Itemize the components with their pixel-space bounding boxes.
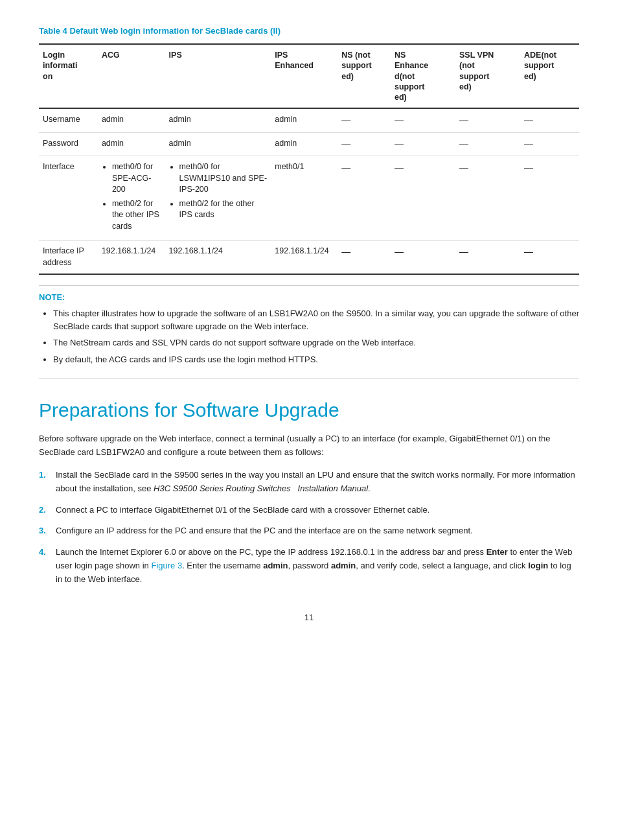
step-4-bold-admin2: admin xyxy=(331,561,356,570)
cell-ns-not-ip: — xyxy=(338,240,391,275)
note-item-1: This chapter illustrates how to upgrade … xyxy=(53,307,579,332)
list-item: meth0/2 for the other IPS cards xyxy=(112,198,161,233)
cell-ips-enh-ip: 192.168.1.1/24 xyxy=(271,240,338,275)
table-row-password: Password admin admin admin — — — — xyxy=(39,132,579,156)
cell-acg-password: admin xyxy=(98,132,165,156)
table-title: Table 4 Default Web login information fo… xyxy=(39,26,579,36)
step-3: Configure an IP address for the PC and e… xyxy=(39,524,579,538)
table-row-username: Username admin admin admin — — — — xyxy=(39,108,579,132)
note-label: NOTE: xyxy=(39,292,579,302)
table-header-row: Logininformation ACG IPS IPSEnhanced NS … xyxy=(39,44,579,108)
step-4-bold-enter: Enter xyxy=(486,547,508,557)
table-row-interface: Interface meth0/0 for SPE-ACG-200 meth0/… xyxy=(39,156,579,240)
cell-ips-username: admin xyxy=(165,108,271,132)
step-2-text: Connect a PC to interface GigabitEtherne… xyxy=(56,504,429,517)
page-number: 11 xyxy=(39,612,579,622)
cell-login-username: Username xyxy=(39,108,98,132)
cell-ips-interface: meth0/0 for LSWM1IPS10 and SPE-IPS-200 m… xyxy=(165,156,271,240)
table-row-ip-address: Interface IP address 192.168.1.1/24 192.… xyxy=(39,240,579,275)
cell-ns-enh-interface: — xyxy=(391,156,455,240)
cell-ips-enh-password: admin xyxy=(271,132,338,156)
col-header-acg: ACG xyxy=(98,44,165,108)
intro-paragraph: Before software upgrade on the Web inter… xyxy=(39,432,579,460)
cell-ade-interface: — xyxy=(520,156,579,240)
cell-ssl-password: — xyxy=(455,132,520,156)
step-4-text: Launch the Internet Explorer 6.0 or abov… xyxy=(56,546,579,586)
col-header-ips: IPS xyxy=(165,44,271,108)
cell-ns-not-password: — xyxy=(338,132,391,156)
cell-acg-ip: 192.168.1.1/24 xyxy=(98,240,165,275)
cell-ade-username: — xyxy=(520,108,579,132)
col-header-ade: ADE(notsupported) xyxy=(520,44,579,108)
cell-ips-enh-interface: meth0/1 xyxy=(271,156,338,240)
cell-ips-ip: 192.168.1.1/24 xyxy=(165,240,271,275)
col-header-ns-enhanced: NSEnhanced(notsupported) xyxy=(391,44,455,108)
step-1-text: Install the SecBlade card in the S9500 s… xyxy=(56,469,579,496)
cell-login-ip: Interface IP address xyxy=(39,240,98,275)
cell-ns-enh-password: — xyxy=(391,132,455,156)
list-item: meth0/2 for the other IPS cards xyxy=(179,198,268,221)
cell-ade-password: — xyxy=(520,132,579,156)
cell-ade-ip: — xyxy=(520,240,579,275)
note-item-3: By default, the ACG cards and IPS cards … xyxy=(53,353,579,366)
cell-ips-password: admin xyxy=(165,132,271,156)
step-1-italic: H3C S9500 Series Routing Switches Instal… xyxy=(154,484,368,493)
cell-acg-username: admin xyxy=(98,108,165,132)
cell-ssl-interface: — xyxy=(455,156,520,240)
step-3-text: Configure an IP address for the PC and e… xyxy=(56,524,473,538)
cell-acg-interface: meth0/0 for SPE-ACG-200 meth0/2 for the … xyxy=(98,156,165,240)
note-list: This chapter illustrates how to upgrade … xyxy=(39,307,579,366)
cell-ips-enh-username: admin xyxy=(271,108,338,132)
main-table: Logininformation ACG IPS IPSEnhanced NS … xyxy=(39,43,579,275)
col-header-ns-not: NS (notsupported) xyxy=(338,44,391,108)
cell-ssl-ip: — xyxy=(455,240,520,275)
cell-ns-enh-ip: — xyxy=(391,240,455,275)
cell-ns-not-interface: — xyxy=(338,156,391,240)
cell-login-password: Password xyxy=(39,132,98,156)
col-header-ssl-vpn: SSL VPN(notsupported) xyxy=(455,44,520,108)
section-heading: Preparations for Software Upgrade xyxy=(39,399,579,422)
list-item: meth0/0 for SPE-ACG-200 xyxy=(112,161,161,196)
step-4: Launch the Internet Explorer 6.0 or abov… xyxy=(39,546,579,586)
ips-interface-list: meth0/0 for LSWM1IPS10 and SPE-IPS-200 m… xyxy=(169,161,268,221)
note-section: NOTE: This chapter illustrates how to up… xyxy=(39,285,579,379)
step-4-link-figure3[interactable]: Figure 3 xyxy=(151,561,182,570)
cell-ssl-username: — xyxy=(455,108,520,132)
step-4-bold-admin1: admin xyxy=(263,561,288,570)
col-header-login: Logininformation xyxy=(39,44,98,108)
acg-interface-list: meth0/0 for SPE-ACG-200 meth0/2 for the … xyxy=(102,161,161,232)
step-2: Connect a PC to interface GigabitEtherne… xyxy=(39,504,579,517)
cell-ns-not-username: — xyxy=(338,108,391,132)
steps-list: Install the SecBlade card in the S9500 s… xyxy=(39,469,579,587)
step-4-bold-login: login xyxy=(528,561,548,570)
note-item-2: The NetStream cards and SSL VPN cards do… xyxy=(53,336,579,349)
list-item: meth0/0 for LSWM1IPS10 and SPE-IPS-200 xyxy=(179,161,268,196)
cell-login-interface: Interface xyxy=(39,156,98,240)
step-1: Install the SecBlade card in the S9500 s… xyxy=(39,469,579,496)
col-header-ips-enhanced: IPSEnhanced xyxy=(271,44,338,108)
cell-ns-enh-username: — xyxy=(391,108,455,132)
